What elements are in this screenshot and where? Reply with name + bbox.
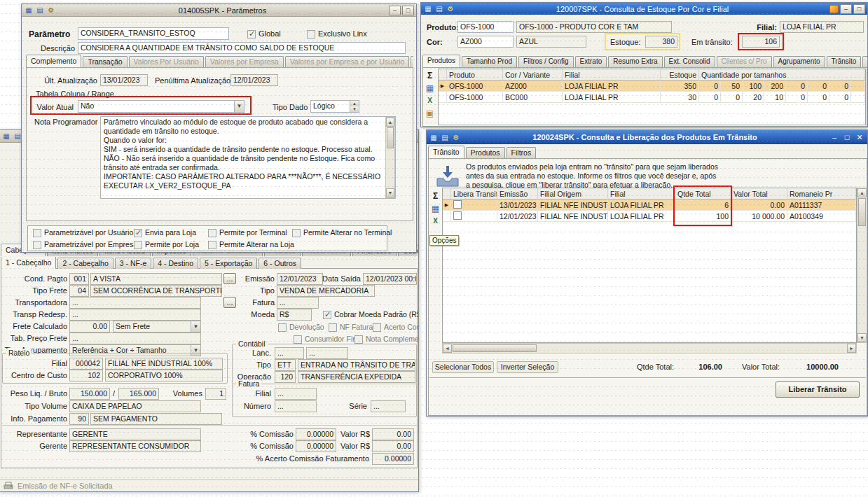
tab-transacao[interactable]: Transação [83, 56, 127, 67]
excel-icon[interactable]: X [424, 95, 436, 106]
devolucao-checkbox[interactable]: Devolução [278, 322, 324, 332]
libera-checkbox[interactable] [453, 211, 462, 220]
consumidor-final-checkbox[interactable]: Consumidor Final [294, 334, 362, 344]
grid-icon[interactable]: ▦ [24, 6, 34, 15]
scroll-right-icon[interactable] [847, 344, 856, 353]
serie-field[interactable]: ... [371, 400, 406, 412]
moeda-field[interactable]: R$ [277, 309, 312, 321]
global-checkbox[interactable]: Global [247, 29, 281, 38]
tab-transito[interactable]: Trânsito [827, 56, 862, 67]
tipo-frete-code-field[interactable]: 04 [69, 285, 89, 297]
selecionar-todos-button[interactable]: Selecionar Todos [432, 361, 494, 373]
settings-icon[interactable]: ⚙ [446, 4, 455, 13]
tab-preco-frete-field[interactable]: ... [69, 332, 201, 344]
minimize-button[interactable]: – [840, 4, 852, 14]
table-row[interactable]: OFS-1000 BC000 LOJA FILIAL PR 30 0 0 20 … [439, 92, 865, 103]
frete-calculado-field[interactable]: 0.00 [69, 321, 110, 332]
subtab-4-destino[interactable]: 4 - Destino [153, 258, 198, 269]
memo-scrollbar[interactable] [385, 117, 395, 198]
maximize-button[interactable]: □ [841, 132, 853, 143]
col-filial-origem[interactable]: Filial Origem [538, 188, 608, 200]
comissao-field-2[interactable]: 0.00000 [296, 440, 336, 452]
tab-filtros[interactable]: Filtros [507, 147, 537, 158]
lanc-field-2[interactable]: ... [306, 347, 348, 359]
tab-resumo-extra[interactable]: Resumo Extra [608, 56, 662, 67]
scroll-down-icon[interactable] [857, 333, 867, 342]
peso-liq-field[interactable]: 150.000 [69, 388, 110, 400]
subtab-2-cabecalho[interactable]: 2 - Cabeçalho [57, 258, 113, 269]
columns-icon[interactable]: ▤ [434, 4, 444, 13]
produto-code-field[interactable]: OFS-1000 [457, 21, 514, 33]
peso-bruto-field[interactable]: 165.000 [118, 388, 159, 400]
parametrizavel-empresa-checkbox[interactable]: Parametrizável por Empresa [33, 240, 137, 249]
tab-localizacao[interactable]: Localização Fi [862, 56, 867, 67]
transit-grid[interactable]: Libera Transito Emissão Filial Origem Fi… [442, 188, 857, 343]
col-libera-transito[interactable]: Libera Transito [451, 188, 497, 200]
lanc-field-1[interactable]: ... [275, 347, 304, 359]
tab-extrato[interactable]: Extrato [575, 56, 607, 67]
cond-pagto-code-field[interactable]: 001 [69, 273, 89, 285]
tab-agrupamento[interactable]: Agrupamento [773, 56, 825, 67]
centro-custo-code-field[interactable]: 102 [69, 370, 103, 382]
col-qtde-total[interactable]: Qtde Total [675, 188, 731, 200]
fatura-field[interactable]: ... [277, 297, 319, 309]
nota-programador-memo[interactable]: Parâmetro vinculado ao módulo de estoque… [100, 116, 396, 199]
tab-valores-empresa-usuario[interactable]: Valores por Empresa e por Usuário [285, 56, 410, 67]
frete-tipo-combo[interactable]: Sem Frete [113, 321, 201, 332]
tab-valores-empresa[interactable]: Valores por Empresa [205, 56, 284, 67]
cor-code-field[interactable]: AZ000 [457, 36, 514, 48]
envia-para-loja-checkbox[interactable]: Envia para Loja [134, 228, 196, 237]
col-produto[interactable]: Produto [447, 69, 503, 80]
horizontal-scrollbar[interactable] [442, 343, 857, 354]
permite-por-loja-checkbox[interactable]: Permite por Loja [134, 240, 199, 249]
spinner-up-icon[interactable] [350, 101, 359, 106]
tab-produtos[interactable]: Produtos [422, 55, 460, 67]
tipo-volume-field[interactable]: CAIXA DE PAPELAO [69, 400, 201, 412]
col-emissao[interactable]: Emissão [497, 188, 538, 200]
contabil-tipo-code-field[interactable]: ETT [275, 359, 296, 371]
image-icon[interactable]: ▣ [424, 108, 436, 119]
tab-valores-usuario[interactable]: Valores Por Usuário [129, 56, 204, 67]
grid-icon[interactable]: ▦ [429, 133, 439, 142]
col-valor-total[interactable]: Valor Total [731, 188, 787, 200]
close-button[interactable]: ✕ [854, 132, 865, 143]
info-pagamento-code-field[interactable]: 90 [69, 413, 89, 425]
tab-clientes-produto[interactable]: Clientes c/ Pro [717, 56, 772, 67]
data-saida-field[interactable]: 12/01/2023 00:00:00 [363, 273, 417, 285]
descricao-field[interactable]: CONSIDERA A QUANTIDADE EM TRÂNSITO COMO … [78, 42, 406, 54]
parametrizavel-usuario-checkbox[interactable]: Parametrizável por Usuário [33, 228, 133, 237]
cobrar-moeda-checkbox[interactable]: Cobrar Moeda Padrão (R$) [323, 310, 419, 319]
nf-fatura-checkbox[interactable]: NF Fatura [329, 322, 373, 332]
sum-icon[interactable]: Σ [429, 190, 441, 202]
subtab-3-nfe[interactable]: 3 - NF-e [115, 258, 152, 269]
col-quantidade-tamanhos[interactable]: Quantidade por tamanhos [699, 69, 865, 80]
emissao-field[interactable]: 12/01/2023 [277, 273, 323, 285]
columns-icon[interactable]: ▤ [35, 6, 45, 15]
numero-field[interactable]: ... [275, 400, 317, 412]
comissao-field-1[interactable]: 0.00000 [296, 428, 336, 440]
parametro-field[interactable]: CONSIDERA_TRANSITO_ESTOQ [78, 27, 229, 40]
liberar-transito-button[interactable]: Liberar Trânsito [776, 382, 860, 398]
tipo-dado-spinner[interactable]: Lógico [310, 100, 359, 113]
transp-redesp-field[interactable]: ... [69, 309, 201, 321]
permite-terminal-checkbox[interactable]: Permite por Terminal [208, 228, 287, 237]
vertical-scrollbar[interactable] [857, 188, 867, 343]
volumes-field[interactable]: 1 [205, 388, 226, 400]
sum-icon[interactable]: Σ [424, 70, 436, 81]
tipo-field[interactable]: VENDA DE MERCADORIA [277, 285, 375, 297]
tab-tamanho-prod[interactable]: Tamanho Prod [462, 56, 517, 67]
subtab-1-cabecalho[interactable]: 1 - Cabeçalho [1, 257, 56, 269]
tab-ext-consolid[interactable]: Ext. Consolid [664, 56, 715, 67]
scroll-thumb[interactable] [453, 344, 537, 352]
minimize-button[interactable]: – [829, 132, 840, 143]
settings-icon[interactable]: ⚙ [46, 6, 56, 15]
col-romaneio[interactable]: Romaneio Pr [787, 188, 856, 200]
col-estoque[interactable]: Estoque [661, 69, 699, 80]
col-cor-variante[interactable]: Cor / Variante [503, 69, 563, 80]
stock-titlebar[interactable]: ▦ ▤ ⚙ 120007SPK - Consulta de Estoque Po… [421, 3, 867, 15]
scroll-thumb[interactable] [858, 198, 866, 226]
table-row[interactable]: 12/01/2023 FILIAL NFE INDUSTRIAL LOJA FI… [443, 211, 856, 222]
valor-rs-field-2[interactable]: 0.00 [372, 440, 414, 452]
valor-atual-combo[interactable]: Não [78, 100, 244, 113]
nota-complementar-checkbox[interactable]: Nota Complementar [354, 334, 419, 344]
